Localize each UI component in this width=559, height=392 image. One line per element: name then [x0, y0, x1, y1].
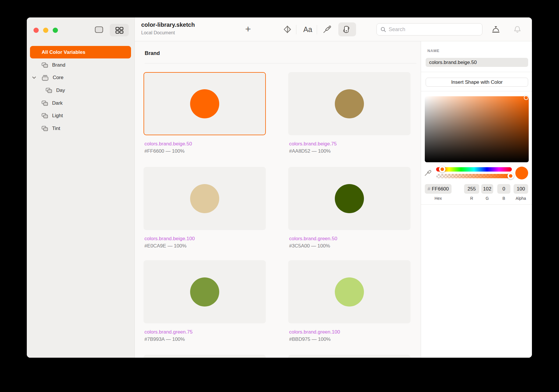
- publish-library-button[interactable]: [491, 17, 501, 41]
- sidebar-item-label: Dark: [52, 100, 63, 106]
- grid-view-icon: [114, 25, 124, 35]
- swatch-name[interactable]: colors.brand.beige.50: [144, 141, 192, 147]
- swatch-name[interactable]: colors.brand.beige.75: [289, 141, 337, 147]
- sidebar-item-brand[interactable]: Brand: [27, 59, 135, 72]
- hex-field[interactable]: # FF6600: [425, 184, 452, 194]
- add-button[interactable]: +: [239, 17, 257, 41]
- swatch-color: [190, 184, 219, 213]
- swatch-card[interactable]: [144, 260, 266, 323]
- text-styles-button[interactable]: Aa: [300, 17, 316, 41]
- chevron-down-icon[interactable]: [32, 76, 36, 79]
- green-field[interactable]: 102: [481, 184, 493, 194]
- app-window: All Color Variables Brand Core: [27, 17, 532, 358]
- traffic-lights: [33, 28, 58, 33]
- swatch-card[interactable]: [288, 167, 411, 230]
- group-icon: [42, 101, 48, 106]
- variable-name-input[interactable]: [426, 58, 528, 67]
- swatch-card[interactable]: [144, 355, 266, 358]
- toggle-sidebar-button[interactable]: [93, 24, 105, 35]
- sidebar-item-day[interactable]: Day: [27, 84, 135, 97]
- sidebar-item-label: Tint: [52, 126, 60, 131]
- color-variables-icon: [343, 25, 352, 33]
- search-field[interactable]: [376, 23, 482, 35]
- section-header: Brand: [145, 50, 160, 56]
- screen-background: All Color Variables Brand Core: [0, 0, 559, 392]
- close-button[interactable]: [33, 28, 39, 33]
- sidebar-toggle-icon: [94, 26, 104, 34]
- swatch-name[interactable]: colors.brand.green.50: [289, 236, 337, 242]
- sidebar-item-dark[interactable]: Dark: [27, 97, 135, 110]
- stack-icon: [42, 75, 49, 81]
- hex-prefix: #: [427, 186, 430, 192]
- group-icon: [42, 113, 48, 118]
- swatch-value: #AA8D52 — 100%: [289, 148, 331, 154]
- sidebar-item-label: Core: [53, 75, 63, 81]
- red-field[interactable]: 255: [464, 184, 479, 194]
- sidebar-item-label: Brand: [52, 62, 65, 68]
- sidebar-item-label: Day: [56, 88, 65, 93]
- panel-divider: [421, 91, 532, 91]
- minimize-button[interactable]: [43, 28, 48, 33]
- hex-field-label: Hex: [425, 196, 452, 201]
- sidebar-item-light[interactable]: Light: [27, 109, 135, 122]
- swatch-name[interactable]: colors.brand.beige.100: [144, 236, 195, 242]
- swatch-name[interactable]: colors.brand.green.100: [289, 329, 340, 335]
- sidebar-item-core[interactable]: Core: [27, 71, 135, 84]
- eyedropper-icon[interactable]: [424, 168, 432, 177]
- alpha-field-label: Alpha: [514, 196, 528, 201]
- hue-slider[interactable]: [436, 167, 512, 172]
- notifications-bell-icon: [513, 25, 522, 34]
- grid-view-button[interactable]: [110, 24, 129, 36]
- inspector-panel: NAME Insert Shape with Color # FF6600: [421, 41, 532, 358]
- swatch-card[interactable]: [144, 167, 266, 230]
- swatch-card[interactable]: [288, 355, 411, 358]
- document-title: color-library.sketch: [141, 22, 195, 28]
- green-field-label: G: [481, 196, 493, 201]
- group-icon: [42, 63, 48, 68]
- sidebar-item-tint[interactable]: Tint: [27, 122, 135, 135]
- insert-symbol-button[interactable]: [283, 17, 292, 41]
- service-bell-icon: [491, 25, 500, 34]
- blue-field[interactable]: 0: [497, 184, 510, 194]
- current-color-swatch: [515, 167, 528, 179]
- swatch-color: [335, 89, 364, 118]
- insert-shape-button[interactable]: Insert Shape with Color: [426, 78, 528, 87]
- panel-divider: [421, 204, 532, 205]
- picker-selector[interactable]: [524, 95, 528, 100]
- alpha-slider-knob[interactable]: [507, 173, 514, 179]
- search-input[interactable]: [389, 26, 479, 33]
- panel-divider: [421, 72, 532, 72]
- swatch-color: [335, 184, 364, 213]
- document-subtitle: Local Document: [141, 30, 175, 35]
- notifications-button[interactable]: [512, 17, 522, 41]
- swatch-name[interactable]: colors.brand.green.75: [144, 329, 192, 335]
- search-icon: [380, 26, 386, 33]
- color-variables-button[interactable]: [338, 22, 356, 36]
- sidebar-item-label: Light: [52, 113, 63, 119]
- toolbar-separator: [317, 25, 317, 34]
- swatch-value: #FF6600 — 100%: [144, 148, 185, 154]
- swatch-grid: Brand colors.brand.beige.50 #FF6600 — 10…: [135, 41, 421, 358]
- symbol-diamond-icon: [283, 25, 291, 33]
- swatch-card[interactable]: [144, 72, 266, 135]
- alpha-slider[interactable]: [436, 174, 512, 178]
- swatch-color: [190, 89, 219, 118]
- all-color-variables-button[interactable]: All Color Variables: [30, 46, 131, 58]
- brush-icon: [322, 25, 331, 34]
- swatch-value: #3C5A00 — 100%: [289, 243, 330, 249]
- group-icon: [46, 88, 52, 93]
- layer-styles-button[interactable]: [322, 17, 331, 41]
- zoom-button[interactable]: [53, 28, 58, 33]
- swatch-card[interactable]: [288, 260, 411, 323]
- titlebar: color-library.sketch Local Document + Aa: [135, 17, 532, 41]
- alpha-field[interactable]: 100: [514, 184, 528, 194]
- section-divider: [145, 63, 416, 63]
- swatch-value: #7B993A — 100%: [144, 336, 185, 342]
- toolbar-separator: [296, 25, 296, 34]
- swatch-color: [335, 277, 364, 307]
- hue-slider-knob[interactable]: [439, 166, 445, 172]
- swatch-card[interactable]: [288, 72, 411, 135]
- hex-value: FF6600: [432, 186, 449, 192]
- red-field-label: R: [464, 196, 479, 201]
- saturation-brightness-picker[interactable]: [425, 96, 529, 162]
